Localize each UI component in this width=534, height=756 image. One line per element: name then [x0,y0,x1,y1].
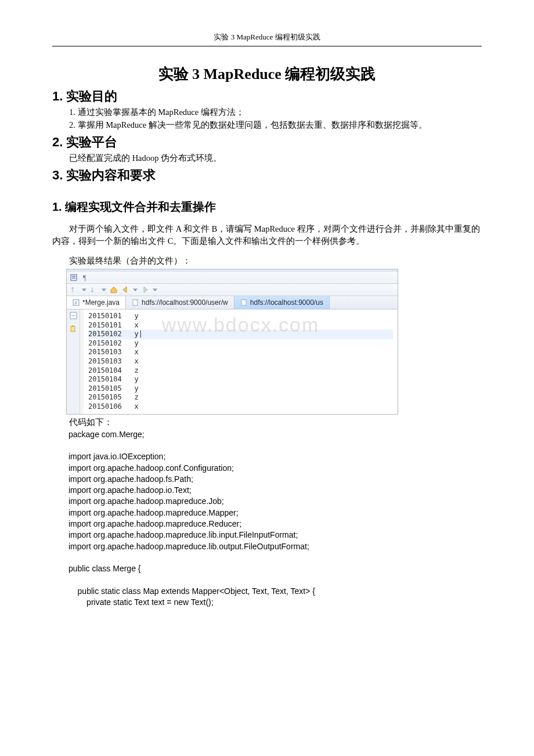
editor-lines: www.bdocx.com 20150101 y20150101 x201501… [84,309,398,414]
home-icon[interactable] [110,286,118,294]
code-caption: 代码如下： [69,417,482,428]
tab-hdfs-file[interactable]: hdfs://localhost:9000/user/w [126,296,234,309]
svg-rect-11 [72,326,74,327]
editor-toolbar-1: ¶ [67,272,398,284]
editor-tab-bar: J*Merge.javahdfs://localhost:9000/user/w… [67,296,398,309]
heading-goal: 1. 实验目的 [52,88,482,105]
sort-desc-icon[interactable] [90,286,98,294]
paragraph: 已经配置完成的 Hadoop 伪分布式环境。 [52,152,482,164]
svg-rect-2 [72,278,75,279]
output-row: 20150105 z [88,393,393,402]
forward-icon[interactable] [141,286,149,294]
running-head: 实验 3 MapReduce 编程初级实践 [52,32,482,46]
collapse-icon[interactable] [70,312,77,319]
output-row: 20150102 y [88,339,393,348]
tab-label: hdfs://localhost:9000/user/w [142,298,228,307]
screenshot-caption: 实验最终结果（合并的文件）： [52,255,482,267]
tab-java-file[interactable]: J*Merge.java [67,296,126,309]
java-file-icon: J [73,299,80,306]
tab-label: hdfs://localhost:9000/us [250,298,323,307]
svg-rect-10 [71,326,75,332]
output-row: 20150102 y| [88,330,393,339]
editor-toolbar-2 [67,284,398,296]
svg-text:¶: ¶ [83,273,86,282]
subheading-task1: 1. 编程实现文件合并和去重操作 [52,199,482,215]
file-icon [132,299,139,306]
toggle-breadcrumb-icon[interactable] [70,273,78,282]
output-row: 20150106 x [88,402,393,412]
output-row: 20150105 y [88,384,393,394]
paragraph: 对于两个输入文件，即文件 A 和文件 B，请编写 MapReduce 程序，对两… [52,223,482,247]
output-row: 20150103 x [88,348,393,357]
paragraph: 2. 掌握用 MapReduce 解决一些常见的数据处理问题，包括数据去重、数据… [52,119,482,131]
dropdown-icon[interactable] [82,289,86,291]
code-block: package com.Merge; import java.io.IOExce… [68,429,482,609]
back-icon[interactable] [121,286,129,294]
tab-hdfs-file[interactable]: hdfs://localhost:9000/us [234,296,330,309]
editor-screenshot: ¶ J*Merge.javahdfs://localhos [66,269,398,415]
output-row: 20150101 y [88,312,393,321]
dropdown-icon[interactable] [153,289,157,291]
svg-rect-9 [71,315,75,316]
svg-rect-7 [241,300,246,305]
tab-label: *Merge.java [82,298,120,307]
svg-text:J: J [74,300,77,305]
output-row: 20150104 y [88,375,393,384]
output-row: 20150101 x [88,321,393,330]
show-whitespace-icon[interactable]: ¶ [82,273,90,282]
paragraph: 1. 通过实验掌握基本的 MapReduce 编程方法； [52,106,482,118]
svg-rect-6 [133,300,138,305]
output-row: 20150103 x [88,357,393,366]
svg-rect-1 [72,276,75,277]
document-page: 实验 3 MapReduce 编程初级实践 实验 3 MapReduce 编程初… [0,0,534,756]
dropdown-icon[interactable] [102,289,106,291]
heading-platform: 2. 实验平台 [52,134,482,151]
heading-content: 3. 实验内容和要求 [52,167,482,184]
output-row: 20150104 z [88,366,393,376]
sort-asc-icon[interactable] [70,286,78,294]
paste-icon[interactable] [70,325,77,333]
file-icon [240,299,247,306]
page-title: 实验 3 MapReduce 编程初级实践 [52,64,482,84]
dropdown-icon[interactable] [133,289,138,291]
editor-gutter [67,309,80,414]
